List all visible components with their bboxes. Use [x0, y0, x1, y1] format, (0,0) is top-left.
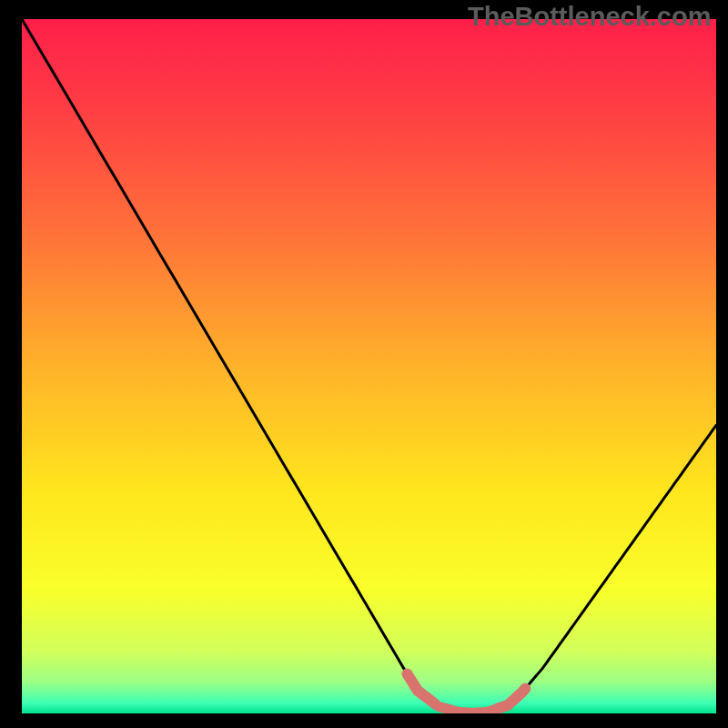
plot-svg: [22, 19, 716, 713]
chart-frame: TheBottleneck.com: [0, 0, 728, 728]
plot-area: [22, 19, 716, 713]
watermark-text: TheBottleneck.com: [468, 2, 712, 32]
